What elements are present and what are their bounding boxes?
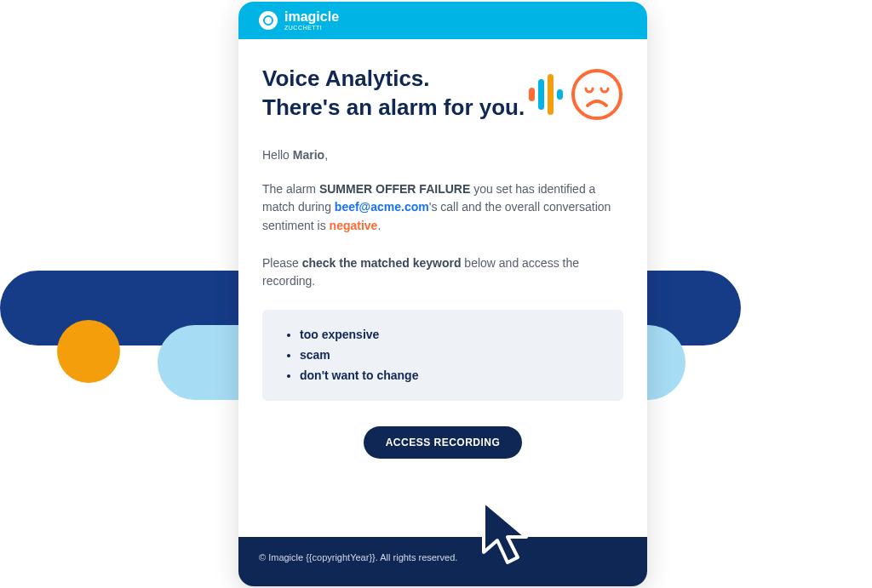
access-recording-button[interactable]: ACCESS RECORDING	[364, 426, 523, 459]
keyword-item: too expensive	[300, 325, 600, 345]
svg-point-4	[573, 71, 621, 118]
brand-logo-icon	[259, 11, 278, 30]
instruction-text: Please check the matched keyword below a…	[262, 254, 623, 291]
email-footer: © Imagicle {{copyrightYear}}. All rights…	[238, 537, 647, 586]
keyword-list: too expensive scam don't want to change	[300, 325, 600, 385]
svg-rect-2	[548, 74, 554, 115]
audio-bars-icon	[528, 74, 565, 115]
svg-rect-0	[529, 88, 535, 101]
keyword-box: too expensive scam don't want to change	[262, 310, 623, 401]
email-body: Voice Analytics.There's an alarm for you…	[238, 39, 647, 537]
copyright-text: © Imagicle {{copyrightYear}}. All rights…	[259, 552, 457, 562]
brand-name: imagicle	[284, 10, 339, 24]
decorative-circle	[57, 320, 120, 383]
title-illustration	[528, 68, 623, 121]
brand-text: imagicle ZUCCHETTI	[284, 10, 339, 31]
email-header: imagicle ZUCCHETTI	[238, 2, 647, 39]
sad-face-icon	[571, 68, 623, 121]
sentiment-value: negative	[330, 219, 378, 232]
page-title: Voice Analytics.There's an alarm for you…	[262, 65, 525, 123]
greeting: Hello Mario,	[262, 148, 623, 162]
svg-rect-1	[538, 79, 544, 110]
keyword-item: don't want to change	[300, 366, 600, 386]
svg-rect-3	[557, 89, 563, 100]
keyword-item: scam	[300, 345, 600, 366]
alarm-description: The alarm SUMMER OFFER FAILURE you set h…	[262, 180, 623, 236]
email-card: imagicle ZUCCHETTI Voice Analytics.There…	[238, 2, 647, 586]
brand-sub: ZUCCHETTI	[284, 25, 339, 31]
caller-email-link[interactable]: beef@acme.com	[335, 200, 429, 214]
